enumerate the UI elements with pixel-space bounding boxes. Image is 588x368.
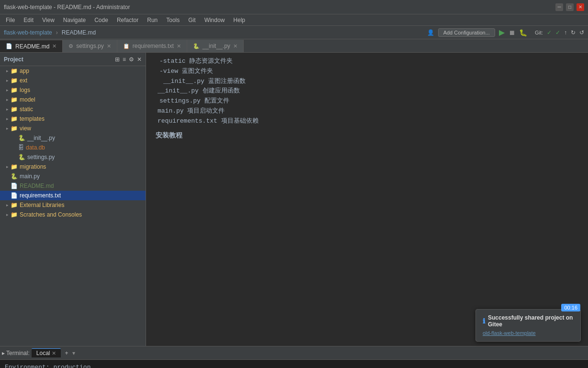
requirements-close[interactable]: ✕ — [177, 43, 181, 49]
user-icon: 👤 — [427, 29, 434, 36]
tree-item-settings-py[interactable]: 🐍settings.py — [0, 152, 146, 162]
tree-label-15: Scratches and Consoles — [20, 211, 82, 218]
tree-item-templates[interactable]: ▸📁templates — [0, 114, 146, 124]
terminal-dropdown-icon[interactable]: ▾ — [72, 350, 75, 356]
tree-label-2: logs — [20, 87, 30, 93]
settings_py-close[interactable]: ✕ — [107, 43, 111, 49]
tree-file-icon-13: 📄 — [11, 192, 18, 199]
menu-item-navigate[interactable]: Navigate — [59, 16, 90, 24]
maximize-button[interactable]: □ — [566, 3, 574, 11]
tree-file-icon-2: 📁 — [11, 87, 18, 93]
window-title: flask-web-template - README.md - Adminis… — [4, 4, 130, 11]
tree-arrow-4: ▸ — [4, 107, 11, 112]
editor-line-5: __init__.py 创建应用函数 — [158, 86, 578, 96]
tree-file-icon-5: 📁 — [11, 115, 18, 122]
sidebar-settings-icon[interactable]: ⚙ — [129, 56, 134, 63]
tab-init_py[interactable]: 🐍__init__.py✕ — [187, 40, 244, 52]
editor-line-9: main.py 项目启动文件 — [158, 106, 578, 116]
git-check1: ✓ — [547, 29, 552, 36]
terminal-add-button[interactable]: + — [63, 350, 70, 356]
tree-arrow-10: ▸ — [4, 164, 11, 169]
editor-line-3: __init__.py 蓝图注册函数 — [163, 77, 578, 87]
add-configuration-button[interactable]: Add Configuration... — [438, 28, 495, 37]
tree-item-view[interactable]: ▸📁view — [0, 124, 146, 133]
tree-file-icon-7: 🐍 — [18, 135, 25, 141]
tree-item---init---py[interactable]: 🐍__init__.py — [0, 133, 146, 143]
project-sidebar: Project ⊞ ≡ ⚙ ✕ ▸📁app▸📁ext▸📁logs▸📁model▸… — [0, 53, 146, 346]
git-check2: ✓ — [555, 29, 560, 36]
tree-arrow-2: ▸ — [4, 88, 11, 92]
main-layout: Project ⊞ ≡ ⚙ ✕ ▸📁app▸📁ext▸📁logs▸📁model▸… — [0, 53, 588, 346]
tree-arrow-14: ▸ — [4, 203, 11, 207]
editor-line-2: -view 蓝图文件夹 — [159, 67, 578, 77]
tree-label-7: __init__.py — [27, 135, 55, 141]
run-button[interactable]: ▶ — [499, 28, 505, 37]
tree-arrow-15: ▸ — [4, 212, 11, 217]
git-arrow[interactable]: ↑ — [564, 29, 567, 36]
tree-label-9: settings.py — [27, 154, 55, 161]
git-revert[interactable]: ↺ — [579, 29, 584, 36]
stop-button[interactable]: ⏹ — [509, 29, 515, 36]
tree-file-icon-9: 🐍 — [18, 154, 25, 161]
minimize-button[interactable]: ─ — [555, 3, 563, 11]
menu-item-tools[interactable]: Tools — [162, 16, 183, 24]
notification-title-text: Successfully shared project on Gitee — [488, 314, 574, 328]
tree-file-icon-6: 📁 — [11, 125, 18, 132]
editor-line-7: settings.py 配置文件 — [159, 96, 578, 106]
init_py-close[interactable]: ✕ — [233, 43, 237, 49]
info-icon: ℹ — [483, 317, 485, 325]
local-tab-close[interactable]: ✕ — [52, 350, 56, 356]
editor-content: -static 静态资源文件夹-view 蓝图文件夹__init__.py 蓝图… — [146, 53, 588, 346]
tree-item-scratches-and-consoles[interactable]: ▸📁Scratches and Consoles — [0, 210, 146, 219]
tree-item-requirements-txt[interactable]: 📄requirements.txt — [0, 191, 146, 200]
menu-item-git[interactable]: Git — [184, 16, 199, 24]
tree-label-14: External Libraries — [20, 202, 64, 208]
tab-settings_py[interactable]: ⚙settings.py✕ — [63, 40, 117, 52]
tree-item-external-libraries[interactable]: ▸📁External Libraries — [0, 200, 146, 210]
settings_py-icon: ⚙ — [68, 43, 73, 49]
menu-item-code[interactable]: Code — [90, 16, 112, 24]
terminal-area: ▸ Terminal: Local ✕ + ▾ Environment: pro… — [0, 346, 588, 368]
menu-item-run[interactable]: Run — [143, 16, 161, 24]
tree-file-icon-11: 🐍 — [11, 173, 18, 180]
tree-item-static[interactable]: ▸📁static — [0, 104, 146, 114]
menu-item-view[interactable]: View — [38, 16, 58, 24]
readme-close[interactable]: ✕ — [52, 43, 57, 49]
tree-item-migrations[interactable]: ▸📁migrations — [0, 162, 146, 172]
init_py-icon: 🐍 — [193, 43, 200, 49]
tab-requirements[interactable]: 📋requirements.txt✕ — [117, 40, 187, 52]
menu-item-file[interactable]: File — [2, 16, 19, 24]
git-label: Git: — [535, 30, 543, 35]
tree-item-ext[interactable]: ▸📁ext — [0, 76, 146, 85]
tree-file-icon-12: 📄 — [11, 183, 18, 189]
tree-item-logs[interactable]: ▸📁logs — [0, 85, 146, 95]
tree-label-1: ext — [20, 77, 27, 84]
git-refresh[interactable]: ↻ — [571, 29, 576, 36]
sidebar-expand-icon[interactable]: ⊞ — [115, 56, 120, 63]
tree-file-icon-3: 📁 — [11, 96, 18, 103]
editor-heading: 安装教程 — [156, 130, 578, 141]
debug-button[interactable]: 🐛 — [519, 29, 527, 36]
tree-item-main-py[interactable]: 🐍main.py — [0, 172, 146, 181]
tree-arrow-3: ▸ — [4, 97, 11, 102]
notification-link[interactable]: old-flask-web-template — [483, 330, 536, 336]
project-breadcrumb[interactable]: flask-web-template — [4, 29, 52, 36]
tree-item-app[interactable]: ▸📁app — [0, 66, 146, 76]
tree-label-0: app — [20, 68, 29, 74]
menu-item-help[interactable]: Help — [229, 16, 249, 24]
menu-item-edit[interactable]: Edit — [20, 16, 37, 24]
window-controls: ─ □ ✕ — [555, 3, 584, 11]
terminal-tab-local[interactable]: Local ✕ — [32, 348, 61, 357]
tree-arrow-5: ▸ — [4, 116, 11, 121]
tree-item-model[interactable]: ▸📁model — [0, 95, 146, 104]
tree-item-data-db[interactable]: 🗄data.db — [0, 143, 146, 152]
menu-item-window[interactable]: Window — [201, 16, 229, 24]
tree-item-readme-md[interactable]: 📄README.md — [0, 181, 146, 191]
sidebar-close-icon[interactable]: ✕ — [137, 56, 142, 63]
editor-line-0: -static 静态资源文件夹 — [159, 57, 578, 67]
sidebar-collapse-icon[interactable]: ≡ — [123, 56, 126, 63]
project-label: Project — [4, 56, 23, 63]
tab-readme[interactable]: 📄README.md✕ — [0, 40, 63, 52]
close-button[interactable]: ✕ — [577, 3, 584, 11]
menu-item-refactor[interactable]: Refactor — [113, 16, 142, 24]
